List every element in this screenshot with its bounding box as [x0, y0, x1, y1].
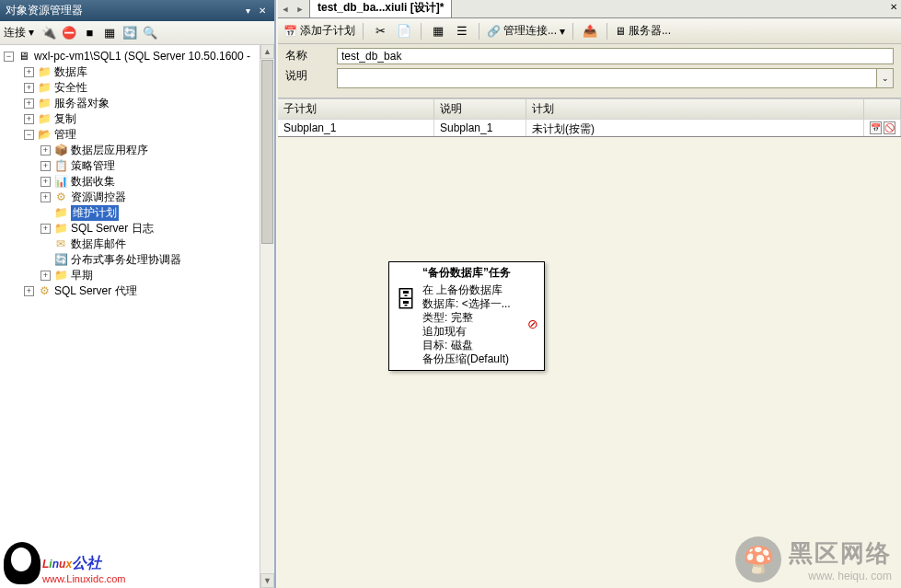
scroll-thumb[interactable] — [261, 60, 273, 244]
cell-schedule[interactable]: 未计划(按需) — [526, 120, 864, 136]
tree-node[interactable]: +📁安全性 — [2, 80, 272, 96]
expander-icon[interactable]: + — [40, 192, 51, 202]
tree-node[interactable]: +📁数据库 — [2, 64, 272, 80]
tree-node[interactable]: −📂管理 — [2, 127, 272, 143]
task-error-icon: ⊘ — [527, 317, 538, 331]
folder-icon: ⚙ — [53, 190, 68, 205]
tree-label: wxl-pc-vm1\SQL1 (SQL Server 10.50.1600 - — [34, 49, 250, 64]
tree-node[interactable]: +📋策略管理 — [2, 158, 272, 174]
tree-node[interactable]: +📁服务器对象 — [2, 96, 272, 111]
stop-icon[interactable]: ■ — [80, 24, 98, 42]
cell-subplan[interactable]: Subplan_1 — [278, 120, 434, 136]
connect-icon[interactable]: 🔌 — [40, 24, 58, 42]
tab-close-icon[interactable]: ✕ — [890, 2, 897, 12]
tree-node[interactable]: +📊数据收集 — [2, 174, 272, 190]
tree-label: 安全性 — [54, 80, 87, 96]
tree-node[interactable]: +📁早期 — [2, 268, 272, 283]
document-tab[interactable]: test_db_ba...xiuli [设计]* — [309, 0, 452, 17]
manage-connections-button[interactable]: 🔗 管理连接... ▾ — [487, 23, 565, 39]
search-icon[interactable]: 🔍 — [141, 24, 159, 42]
tree-node[interactable]: +📁SQL Server 日志 — [2, 221, 272, 236]
tree-root[interactable]: − 🖥 wxl-pc-vm1\SQL1 (SQL Server 10.50.16… — [2, 49, 272, 64]
server-icon: 🖥 — [17, 50, 31, 64]
refresh-icon[interactable]: 🔄 — [121, 24, 139, 42]
object-tree[interactable]: − 🖥 wxl-pc-vm1\SQL1 (SQL Server 10.50.16… — [0, 45, 274, 588]
penguin-icon — [4, 542, 40, 584]
expander-icon[interactable]: + — [40, 161, 51, 171]
panel-title: 对象资源管理器 — [6, 3, 83, 18]
mushroom-icon: 🍄 — [735, 536, 781, 582]
expander-icon[interactable]: + — [40, 177, 51, 187]
backup-database-task[interactable]: “备份数据库”任务 🗄 在 上备份数据库数据库: <选择一...类型: 完整追加… — [388, 261, 545, 371]
tab-label: test_db_ba...xiuli [设计]* — [318, 1, 444, 14]
watermark-left: Linux公社 www.Linuxidc.com — [4, 542, 125, 584]
schedule-calendar-icon[interactable]: 📅 — [870, 121, 882, 134]
tree-node[interactable]: +⚙SQL Server 代理 — [2, 283, 272, 299]
scroll-up-icon[interactable]: ▲ — [260, 44, 274, 59]
scroll-down-icon[interactable]: ▼ — [260, 573, 274, 588]
tree-node[interactable]: +📦数据层应用程序 — [2, 143, 272, 158]
expander-icon[interactable]: + — [24, 83, 34, 93]
separator — [479, 23, 479, 40]
task-detail-line: 追加现有 — [422, 325, 540, 339]
separator — [421, 23, 422, 40]
expander-icon[interactable]: + — [24, 114, 34, 124]
expander-icon[interactable]: − — [24, 130, 34, 140]
cell-description[interactable]: Subplan_1 — [434, 120, 526, 136]
col-subplan[interactable]: 子计划 — [278, 99, 434, 119]
expander-icon[interactable]: + — [24, 98, 34, 109]
folder-icon: 📦 — [53, 144, 68, 158]
expand-description-icon[interactable]: ⌄ — [877, 68, 894, 88]
watermark-right: 🍄 黑区网络 www. heiqu. com — [735, 536, 892, 582]
name-label: 名称 — [285, 48, 337, 63]
expander-icon[interactable]: + — [40, 271, 51, 281]
tab-next-icon[interactable]: ► — [293, 1, 307, 17]
watermark-left-text: Linux公社 — [42, 549, 125, 573]
disconnect-icon[interactable]: ⛔ — [60, 24, 78, 42]
task-detail-line: 类型: 完整 — [422, 311, 540, 325]
subplan-grid: 子计划 说明 计划 Subplan_1 Subplan_1 未计划(按需) 📅 … — [278, 98, 901, 137]
plan-name-input[interactable] — [337, 48, 894, 64]
tab-prev-icon[interactable]: ◄ — [278, 1, 293, 17]
schedule-remove-icon[interactable]: 🚫 — [884, 121, 895, 134]
designer-panel: ◄ ► test_db_ba...xiuli [设计]* ✕ 📅 添加子计划 ✂… — [278, 0, 901, 588]
connect-button[interactable]: 连接 ▾ — [4, 25, 34, 40]
folder-icon: ✉ — [53, 237, 68, 252]
expander-icon[interactable]: + — [40, 224, 51, 234]
design-surface[interactable]: “备份数据库”任务 🗄 在 上备份数据库数据库: <选择一...类型: 完整追加… — [278, 137, 901, 588]
watermark-right-text: 黑区网络 — [789, 537, 892, 570]
add-subplan-button[interactable]: 📅 添加子计划 — [283, 23, 355, 39]
tree-node[interactable]: ✉数据库邮件 — [2, 236, 272, 252]
task-detail-line: 在 上备份数据库 — [422, 283, 540, 297]
folder-icon: 📁 — [37, 97, 52, 111]
report-icon[interactable]: 📄 — [395, 22, 413, 40]
tree-scrollbar[interactable]: ▲ ▼ — [260, 44, 274, 588]
folder-icon: 📁 — [37, 81, 52, 96]
panel-close-icon[interactable]: ✕ — [256, 6, 269, 17]
expander-icon[interactable]: + — [40, 145, 51, 156]
designer-toolbar: 📅 添加子计划 ✂ 📄 ▦ ☰ 🔗 管理连接... ▾ 📤 🖥 服务器... — [278, 18, 901, 44]
folder-icon: 📁 — [53, 206, 68, 221]
tree-node[interactable]: 🔄分布式事务处理协调器 — [2, 252, 272, 268]
col-schedule[interactable]: 计划 — [526, 99, 864, 119]
tree-node[interactable]: 📁维护计划 — [2, 205, 272, 221]
panel-dropdown-icon[interactable]: ▾ — [241, 6, 254, 17]
grid-icon[interactable]: ▦ — [429, 22, 447, 40]
expander-icon[interactable]: + — [24, 286, 34, 296]
filter-icon[interactable]: ▦ — [100, 24, 119, 42]
export-icon[interactable]: 📤 — [581, 22, 599, 40]
tree-label: 复制 — [54, 111, 76, 127]
folder-icon: 📂 — [37, 128, 52, 143]
plan-description-input[interactable] — [337, 68, 877, 88]
tree-node[interactable]: +⚙资源调控器 — [2, 190, 272, 205]
tree-node[interactable]: +📁复制 — [2, 111, 272, 127]
subplan-row[interactable]: Subplan_1 Subplan_1 未计划(按需) 📅 🚫 — [278, 119, 901, 136]
expander-icon[interactable]: + — [24, 67, 34, 77]
cut-icon[interactable]: ✂ — [371, 22, 389, 40]
servers-button[interactable]: 🖥 服务器... — [615, 23, 671, 39]
col-actions — [864, 99, 901, 119]
expander-icon[interactable]: − — [4, 52, 14, 62]
list-icon[interactable]: ☰ — [453, 22, 471, 40]
col-description[interactable]: 说明 — [434, 99, 526, 119]
watermark-right-url: www. heiqu. com — [789, 570, 892, 582]
